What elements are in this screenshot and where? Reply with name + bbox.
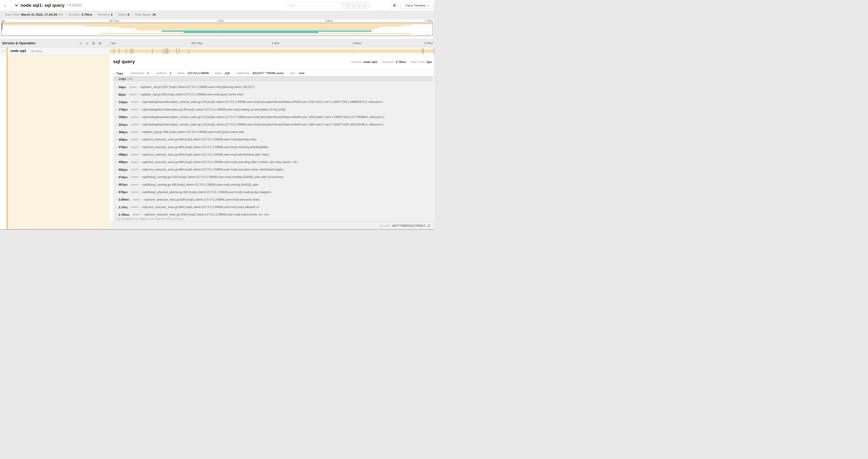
span-log-marker[interactable] xyxy=(423,48,424,54)
log-entry-row[interactable]: ›80μs:event=‹sql/plan_opt.go:358 [nsql1,… xyxy=(114,91,433,98)
timeline-tick-label: 0μs xyxy=(111,42,116,44)
tag-value: 1 xyxy=(147,72,149,75)
log-timestamp: 2.79ms: xyxy=(119,213,130,217)
span-log-marker[interactable] xyxy=(166,48,166,54)
span-name-cell[interactable]: › node sql1 sql query xyxy=(0,47,110,55)
expand-all-double-chevron-right-icon[interactable] xyxy=(98,41,102,45)
locate-span-icon[interactable] xyxy=(346,3,349,8)
duration-label: Duration: xyxy=(382,60,395,64)
span-collapse-chevron-down-icon[interactable]: › xyxy=(2,51,5,52)
log-entry-row[interactable]: ›502μs:event=‹sql/conn_executor_exec.go:… xyxy=(114,166,433,173)
trace-meta-item: Total Spans10 xyxy=(132,12,158,17)
view-selector-button[interactable]: Trace Timeline ∨ xyxy=(401,2,433,9)
log-entry-row[interactable]: ›476μs:event=‹sql/conn_executor_exec.go:… xyxy=(114,143,433,151)
log-field-key: event xyxy=(132,198,140,201)
deep-link-icon[interactable] xyxy=(427,224,431,228)
log-entry-row[interactable]: ›678μs:event=‹sql/distsql_physical_plann… xyxy=(114,189,433,196)
span-log-marker[interactable] xyxy=(163,48,163,54)
log-entry-row[interactable]: ›2.7ms:event=‹sql/conn_executor_exec.go:… xyxy=(114,203,433,211)
minimap-left-scrubber-handle[interactable] xyxy=(2,23,3,30)
span-bar-cell[interactable] xyxy=(110,47,434,55)
minimap-span xyxy=(119,27,380,28)
log-entry-row[interactable]: ›142μs:event=‹sql/catalog/lease/descript… xyxy=(114,98,433,106)
tags-accordion-header[interactable]: › Tags: _unfinished=1_verbose=1client=12… xyxy=(113,70,432,76)
prev-result-chevron-up-icon[interactable]: ∧ xyxy=(353,4,355,7)
span-log-marker[interactable] xyxy=(114,48,114,54)
collapse-trace-chevron-down-icon[interactable] xyxy=(14,3,19,7)
logs-accordion-header[interactable]: › Logs (18) xyxy=(114,76,433,81)
span-row-node-sql1[interactable]: › node sql1 sql query xyxy=(0,47,434,55)
logs-footnote: Log timestamps are relative to the start… xyxy=(116,217,184,220)
log-entry-row[interactable]: ›2.69ms:event=‹sql/conn_executor_exec.go… xyxy=(114,196,433,203)
log-equals: = xyxy=(141,213,142,216)
tag-item[interactable]: node=sql1 xyxy=(212,72,233,75)
service-value: node sql1 xyxy=(363,60,377,64)
log-field-value: ‹sql/conn_executor_exec.go:684 [nsql1,cl… xyxy=(143,198,260,201)
next-result-chevron-down-icon[interactable]: ∨ xyxy=(359,4,361,7)
timeline-gridline xyxy=(191,39,191,47)
log-timestamp: 2.69ms: xyxy=(119,198,130,201)
span-detail-header: sql query Service: node sql1 Duration: 2… xyxy=(113,55,432,69)
log-timestamp: 597μs: xyxy=(119,183,128,186)
log-entry-row[interactable]: ›486μs:event=‹sql/conn_executor_exec.go:… xyxy=(114,151,433,158)
tag-item[interactable]: _unfinished=1 xyxy=(126,72,152,75)
log-timestamp: 176μs: xyxy=(119,108,128,111)
tag-key: _unfinished xyxy=(129,72,144,75)
log-timestamp: 459μs: xyxy=(119,138,128,141)
keyboard-shortcuts-button[interactable]: ⌘ xyxy=(390,2,399,9)
column-resizer-handle[interactable]: || xyxy=(107,44,109,47)
minimap-span xyxy=(137,29,372,31)
log-timestamp: 574μs: xyxy=(119,175,128,179)
chevron-right-icon: › xyxy=(116,123,117,126)
log-field-key: event xyxy=(131,130,138,134)
log-field-value: ‹sql/conn_executor_exec.go:684 [nsql1,cl… xyxy=(142,153,270,156)
span-log-marker[interactable] xyxy=(434,48,434,54)
log-entry-row[interactable]: ›495μs:event=‹sql/conn_executor_exec.go:… xyxy=(114,158,433,166)
span-log-marker[interactable] xyxy=(167,48,167,54)
span-log-marker[interactable] xyxy=(179,48,179,54)
back-button[interactable]: ← xyxy=(0,0,11,10)
log-entry-row[interactable]: ›459μs:event=‹sql/conn_executor_exec.go:… xyxy=(114,136,433,143)
span-log-marker[interactable] xyxy=(119,48,119,54)
log-equals: = xyxy=(139,123,141,126)
minimap-span xyxy=(184,32,318,33)
log-equals: = xyxy=(139,176,141,178)
log-field-value: ‹sql/distsql_physical_planner.go:828 [ns… xyxy=(142,191,271,194)
minimap-tick-labels: 0μs697.75μs1.4ms2.09ms2.79ms xyxy=(1,19,433,22)
log-field-value: ‹sql/conn_executor_exec.go:684 [nsql1,cl… xyxy=(142,205,259,209)
log-entry-row[interactable]: ›574μs:event=‹sql/distsql_running.go:142… xyxy=(114,173,433,181)
span-log-marker[interactable] xyxy=(152,48,152,54)
find-input[interactable] xyxy=(286,2,342,9)
log-equals: = xyxy=(139,131,141,133)
minimap-canvas[interactable] xyxy=(1,23,433,36)
log-entry-row[interactable]: ›176μs:event=‹sql/catalog/descs/descript… xyxy=(114,106,433,113)
log-field-value: ‹sql/catalog/lease/descriptor_version_st… xyxy=(142,116,384,119)
log-entry-row[interactable]: ›189μs:event=‹sql/catalog/lease/descript… xyxy=(114,113,433,121)
log-entry-row[interactable]: ›366μs:event=‹sql/plan_opt.go:358 [nsql1… xyxy=(114,128,433,136)
log-entry-row[interactable]: ›34μs:event=‹sql/exec_util.go:2297 [nsql… xyxy=(114,83,433,91)
log-field-key: event xyxy=(131,205,138,209)
collapse-one-chevron-down-icon[interactable] xyxy=(79,42,82,45)
tag-value: 1 xyxy=(170,72,172,75)
tag-item[interactable]: statement=SELECT * FROM users xyxy=(233,72,287,75)
log-entry-row[interactable]: ›597μs:event=‹sql/distsql_running.go:498… xyxy=(114,181,433,188)
trace-title: node sql1: sql query xyxy=(21,3,65,8)
collapse-all-double-chevron-down-icon[interactable] xyxy=(92,41,95,45)
tag-item[interactable]: client=127.0.0.1:59936 xyxy=(175,72,212,75)
log-entry-row[interactable]: ›201μs:event=‹sql/catalog/lease/descript… xyxy=(114,121,433,128)
span-footer: SpanID: 4877749850101760812 xyxy=(110,222,434,229)
tag-value: SELECT * FROM users xyxy=(252,72,284,75)
log-timestamp: 502μs: xyxy=(119,168,128,171)
chevron-right-icon: › xyxy=(116,138,117,141)
clear-search-icon[interactable]: × xyxy=(364,4,366,7)
expand-one-chevron-right-icon[interactable] xyxy=(85,42,89,45)
duration-value: 2.79ms xyxy=(396,60,406,64)
tag-item[interactable]: user=root xyxy=(287,72,307,75)
tag-item[interactable]: _verbose=1 xyxy=(152,72,175,75)
tag-value: 127.0.0.1:59936 xyxy=(188,72,209,75)
find-addon: ∧ ∨ × xyxy=(342,2,369,9)
span-log-marker[interactable] xyxy=(130,48,130,54)
log-equals: = xyxy=(139,153,141,156)
tag-equals: = xyxy=(296,72,298,75)
log-timestamp: 495μs: xyxy=(119,160,128,164)
